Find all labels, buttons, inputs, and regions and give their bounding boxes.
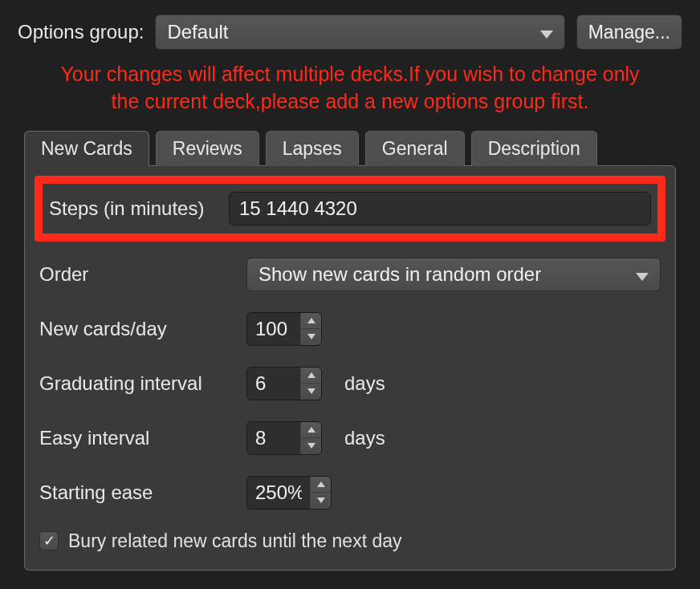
- order-value: Show new cards in random order: [258, 263, 541, 286]
- svg-marker-7: [307, 443, 315, 449]
- graduating-interval-spinner[interactable]: [246, 367, 322, 400]
- stepper-up-icon[interactable]: [301, 368, 321, 384]
- warning-line-1: Your changes will affect multiple decks.…: [60, 63, 639, 85]
- new-per-day-spinner[interactable]: [246, 312, 322, 346]
- bury-label: Bury related new cards until the next da…: [68, 530, 402, 552]
- steps-label: Steps (in minutes): [49, 197, 214, 220]
- chevron-down-icon: [540, 21, 553, 43]
- days-suffix: days: [344, 427, 385, 449]
- easy-interval-label: Easy interval: [39, 427, 232, 449]
- svg-marker-3: [307, 334, 315, 339]
- svg-marker-9: [317, 498, 325, 503]
- easy-interval-input[interactable]: [247, 422, 300, 454]
- tab-description[interactable]: Description: [471, 131, 597, 166]
- svg-marker-8: [317, 481, 325, 487]
- stepper-down-icon[interactable]: [311, 493, 331, 509]
- starting-ease-spinner[interactable]: [246, 476, 332, 510]
- stepper-down-icon[interactable]: [301, 438, 321, 454]
- svg-marker-0: [540, 30, 553, 39]
- days-suffix: days: [344, 372, 385, 395]
- new-per-day-input[interactable]: [247, 313, 300, 345]
- starting-ease-input[interactable]: [247, 477, 310, 509]
- check-icon: ✓: [43, 532, 55, 550]
- chevron-down-icon: [636, 263, 649, 286]
- stepper-up-icon[interactable]: [301, 422, 321, 439]
- stepper-up-icon[interactable]: [301, 313, 321, 330]
- order-select[interactable]: Show new cards in random order: [246, 258, 661, 291]
- tab-general[interactable]: General: [365, 131, 465, 166]
- stepper-up-icon[interactable]: [311, 477, 331, 494]
- svg-marker-6: [307, 427, 315, 433]
- stepper-down-icon[interactable]: [301, 329, 321, 345]
- graduating-interval-input[interactable]: [247, 368, 300, 400]
- options-group-select[interactable]: Default: [155, 14, 564, 50]
- steps-input[interactable]: [229, 192, 651, 225]
- tab-new-cards[interactable]: New Cards: [24, 131, 149, 166]
- svg-marker-1: [636, 273, 649, 281]
- order-label: Order: [39, 263, 232, 286]
- manage-button[interactable]: Manage...: [576, 14, 682, 50]
- new-cards-panel: Steps (in minutes) Order Show new cards …: [24, 165, 676, 571]
- graduating-interval-label: Graduating interval: [39, 372, 232, 395]
- starting-ease-label: Starting ease: [39, 481, 232, 504]
- tab-reviews[interactable]: Reviews: [156, 131, 259, 166]
- steps-highlight: Steps (in minutes): [35, 176, 665, 242]
- stepper-down-icon[interactable]: [301, 384, 321, 400]
- tab-bar: New Cards Reviews Lapses General Descrip…: [24, 130, 676, 165]
- tab-lapses[interactable]: Lapses: [266, 131, 359, 166]
- svg-marker-4: [307, 372, 315, 378]
- bury-checkbox[interactable]: ✓: [39, 531, 59, 550]
- options-group-value: Default: [167, 21, 228, 43]
- new-per-day-label: New cards/day: [39, 318, 232, 340]
- manage-button-label: Manage...: [588, 22, 670, 43]
- options-group-label: Options group:: [18, 21, 144, 43]
- svg-marker-5: [307, 388, 315, 394]
- svg-marker-2: [307, 318, 315, 323]
- warning-line-2: the current deck,please add a new option…: [112, 90, 589, 112]
- easy-interval-spinner[interactable]: [246, 421, 322, 455]
- warning-text: Your changes will affect multiple decks.…: [18, 61, 682, 116]
